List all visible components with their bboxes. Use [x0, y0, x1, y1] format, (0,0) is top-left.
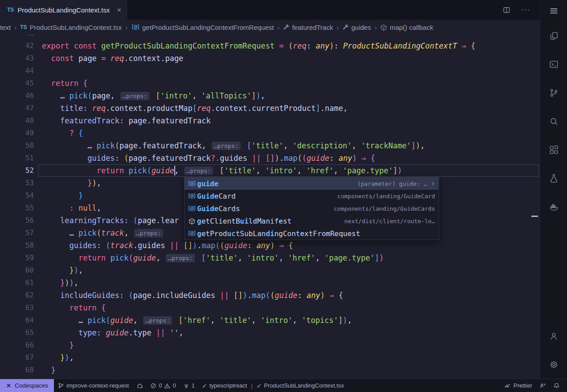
line-number[interactable]: 48 [0, 114, 39, 127]
line-number[interactable]: 63 [0, 302, 39, 314]
code-line-42[interactable]: 42export const getProductSubLandingConte… [0, 40, 540, 52]
feedback-button[interactable] [536, 379, 550, 392]
line-number[interactable]: 50 [0, 139, 39, 152]
line-number[interactable]: 61 [0, 277, 39, 289]
problems-status[interactable]: 0 0 [147, 379, 179, 392]
code-line-46[interactable]: 46 … pick(page, …props: ['intro', 'allTo… [0, 90, 540, 102]
bell-icon [553, 382, 560, 389]
line-number[interactable]: 47 [0, 102, 39, 114]
code-line-45[interactable]: 45 return { [0, 77, 540, 90]
code-line-64[interactable]: 64 … pick(guide, …props: ['href', 'title… [0, 314, 540, 327]
language-label: typescriptreact [210, 382, 247, 389]
more-actions-icon[interactable]: ··· [522, 6, 530, 14]
close-icon[interactable]: × [117, 6, 121, 14]
line-number[interactable]: 44 [0, 65, 39, 77]
code-line-66[interactable]: 66 } [0, 339, 540, 351]
code-line-52[interactable]: 52 return pick(guide, …props: ['title', … [0, 164, 540, 177]
line-number[interactable]: 57 [0, 227, 39, 239]
copy-pages-button[interactable] [540, 21, 567, 50]
docker-button[interactable] [540, 192, 567, 221]
code-line-61[interactable]: 61 })), [0, 277, 540, 289]
settings-button[interactable] [540, 350, 567, 379]
line-number[interactable]: 45 [0, 77, 39, 90]
breadcrumb-map-callback[interactable]: map() callback [380, 24, 433, 31]
menu-button[interactable] [540, 0, 567, 21]
line-number[interactable]: 60 [0, 264, 39, 277]
code-line-58[interactable]: 58 guides: (track.guides || []).map((gui… [0, 239, 540, 252]
code-line-44[interactable]: 44 [0, 65, 540, 77]
suggestion-GuideCards[interactable]: [@]GuideCardscomponents/landing/GuideCar… [185, 202, 439, 215]
breadcrumb-featuredtrack[interactable]: featuredTrack [283, 24, 333, 31]
split-editor-icon[interactable] [502, 6, 511, 14]
suggestion-guide[interactable]: [@]guide(parameter) guide: …› [185, 177, 439, 190]
beaker-icon [549, 173, 559, 184]
code-line-49[interactable]: 49 ? { [0, 127, 540, 139]
suggestion-getClientBuildManifest[interactable]: getClientBuildManifestnext/dist/client/r… [185, 215, 439, 227]
breadcrumb-file[interactable]: TS ProductSubLandingContext.tsx [20, 24, 122, 31]
line-number[interactable]: 46 [0, 90, 39, 102]
extensions-button[interactable] [540, 135, 567, 164]
line-number[interactable]: 69 [0, 376, 39, 379]
language-status[interactable]: ✓ typescriptreact [198, 379, 251, 392]
breadcrumb-folder[interactable]: text [0, 24, 11, 31]
code-line-67[interactable]: 67 }), [0, 351, 540, 364]
file-status[interactable]: ✓ ProductSubLandingContext.tsx [253, 379, 348, 392]
line-number[interactable]: 43 [0, 52, 39, 65]
line-number[interactable]: 59 [0, 252, 39, 264]
code-line-47[interactable]: 47 title: req.context.productMap[req.con… [0, 102, 540, 114]
editor[interactable]: 4142export const getProductSubLandingCon… [0, 35, 540, 379]
chevron-right-icon[interactable]: › [431, 180, 435, 188]
suggestion-GuideCard[interactable]: [@]GuideCardcomponents/landing/GuideCard [185, 190, 439, 202]
line-number[interactable]: 53 [0, 177, 39, 189]
branch-status[interactable]: improve-context-request [54, 379, 132, 392]
tab-productsublandingcontext[interactable]: TS ProductSubLandingContext.tsx × [0, 0, 128, 20]
line-number[interactable]: 55 [0, 202, 39, 214]
code-text: } [39, 364, 540, 376]
ports-status[interactable]: 1 [180, 379, 198, 392]
code-line-69[interactable]: 69} [0, 376, 540, 379]
code-text: … pick(guide, …props: ['href', 'title', … [39, 314, 540, 327]
source-control-branch-icon [549, 88, 559, 98]
line-number[interactable]: 54 [0, 189, 39, 202]
wrench-icon [342, 24, 349, 30]
line-number[interactable]: 68 [0, 364, 39, 376]
line-number[interactable]: 41 [0, 35, 39, 40]
notifications-button[interactable] [550, 379, 563, 392]
line-number[interactable]: 58 [0, 239, 39, 252]
scrollbar-marker[interactable] [531, 216, 538, 217]
code-line-63[interactable]: 63 return { [0, 302, 540, 314]
code-line-60[interactable]: 60 }), [0, 264, 540, 277]
source-control-button[interactable] [540, 78, 567, 107]
line-number[interactable]: 51 [0, 152, 39, 164]
line-number[interactable]: 56 [0, 214, 39, 227]
line-number[interactable]: 52 [0, 164, 39, 177]
code-line-59[interactable]: 59 return pick(guide, …props: ['title', … [0, 252, 540, 264]
line-number[interactable]: 49 [0, 127, 39, 139]
terminal-button[interactable] [540, 50, 567, 78]
remote-indicator[interactable]: Codespaces [0, 379, 54, 392]
suggestion-getProductSubLandingContextFromRequest[interactable]: [@]getProductSubLandingContextFromReques… [185, 227, 439, 240]
search-button[interactable] [540, 107, 567, 135]
code-line-43[interactable]: 43 const page = req.context.page [0, 52, 540, 65]
line-number[interactable]: 62 [0, 289, 39, 302]
code-line-65[interactable]: 65 type: guide.type || '', [0, 327, 540, 339]
code-line-68[interactable]: 68 } [0, 364, 540, 376]
breadcrumb-symbol-function[interactable]: [@] getProductSubLandingContextFromReque… [131, 24, 274, 31]
code-line-62[interactable]: 62 includeGuides: (page.includeGuides ||… [0, 289, 540, 302]
formatter-status[interactable]: ✓✓ Prettier [501, 379, 536, 392]
code-line-48[interactable]: 48 featuredTrack: page.featuredTrack [0, 114, 540, 127]
line-number[interactable]: 64 [0, 314, 39, 327]
line-number[interactable]: 65 [0, 327, 39, 339]
text-cursor [174, 166, 175, 176]
sync-status[interactable] [132, 379, 147, 392]
code-line-50[interactable]: 50 … pick(page.featuredTrack, …props: ['… [0, 139, 540, 152]
testing-button[interactable] [540, 164, 567, 192]
line-number[interactable]: 42 [0, 40, 39, 52]
line-number[interactable]: 66 [0, 339, 39, 351]
breadcrumb-guides[interactable]: guides [342, 24, 371, 31]
code-line-51[interactable]: 51 guides: (page.featuredTrack?.guides |… [0, 152, 540, 164]
accounts-button[interactable] [540, 322, 567, 350]
code-text: } [39, 376, 540, 379]
code-line-41[interactable]: 41 [0, 35, 540, 40]
line-number[interactable]: 67 [0, 351, 39, 364]
